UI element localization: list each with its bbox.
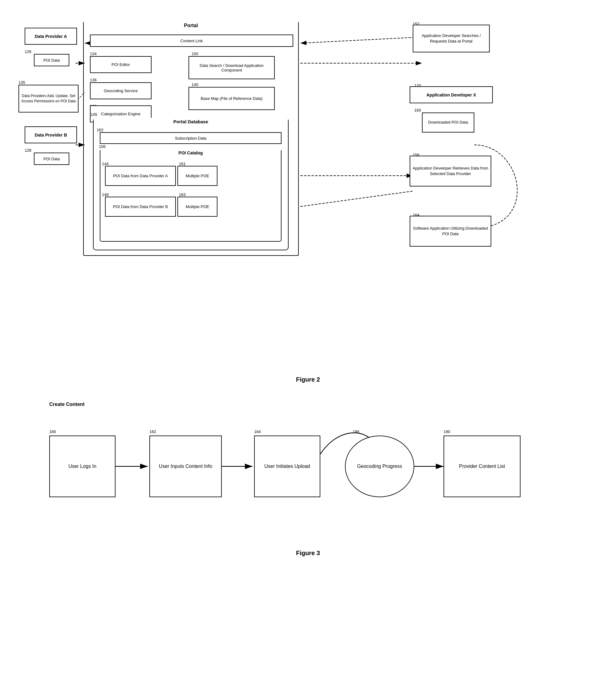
content-link-box: Content Link [90,35,293,47]
app-dev-searches-box: Application Developer Searches / Request… [413,25,490,52]
multiple-poe-2-box: Multiple POE [177,197,217,217]
svg-line-7 [300,191,413,207]
portal-outer-box: Portal Content Link 134 POI Editor 136 G… [83,22,299,256]
user-logs-in-box: User Logs In [49,436,116,497]
user-initiates-box: User Initiates Upload [254,436,320,497]
label-184: 184 [254,429,261,434]
app-dev-x-box: Application Developer X [410,86,493,103]
poi-catalog-title: POI Catalog [100,149,281,157]
data-provider-b-box: Data Provider B [25,126,77,143]
data-provider-a-box: Data Provider A [25,28,77,45]
label-190: 190 [444,429,450,434]
poi-catalog-box: POI Catalog 106 144 POI Data from Data P… [100,149,282,242]
label-180: 180 [49,429,56,434]
create-content-label: Create Content [49,402,85,407]
geocoding-service-box: Geocoding Service [90,82,152,99]
base-map-box: Base Map (File of Reference Data) [189,87,275,110]
figure2-diagram: 104 Portal Content Link 134 POI Editor 1… [15,12,601,367]
label-128: 128 [25,148,31,153]
label-144: 144 [102,162,109,166]
label-161: 161 [179,162,186,166]
subscription-data-box: Subscription Data [100,132,282,144]
label-186: 186 [352,429,359,434]
figure2-caption: Figure 2 [0,376,616,383]
user-inputs-box: User Inputs Content Info [149,436,222,497]
downloaded-poi-box: Downloaded POI Data [422,113,474,133]
figure3-caption: Figure 3 [0,550,616,557]
label-105: 105 [91,112,97,117]
label-163: 163 [179,192,186,197]
portal-title: Portal [84,22,298,29]
label-150: 150 [192,51,198,56]
label-148: 148 [102,192,109,197]
geocoding-progress-box: Geocoding Progress [345,436,414,497]
poi-data-a-box: POI Data from Data Provider A [105,166,176,186]
provider-content-list-box: Provider Content List [444,436,521,497]
software-app-box: Software Application Utilizing Downloade… [410,216,491,247]
poi-data-b-box: POI Data from Data Provider B [105,197,176,217]
label-182: 182 [149,429,156,434]
poi-editor-box: POI Editor [90,56,152,73]
label-126: 126 [25,49,31,54]
data-providers-add-box: Data Providers Add, Update, Set Access P… [18,85,79,113]
portal-db-title: Portal Database [94,118,288,125]
poi-data-b-small-box: POI Data [34,153,69,165]
app-dev-retrieves-box: Application Developer Retrieves Data fro… [410,156,491,187]
label-140: 140 [192,82,198,87]
multiple-poe-1-box: Multiple POE [177,166,217,186]
label-162: 162 [97,128,103,132]
label-135: 135 [18,80,25,85]
label-134: 134 [90,51,97,56]
data-search-box: Data Search / Download Application Compo… [189,56,275,79]
figure3-diagram: Create Content 180 User Logs In 182 User… [31,402,585,525]
label-136: 136 [90,78,97,82]
svg-line-9 [300,37,422,43]
label-160: 160 [414,108,421,113]
portal-db-box: Portal Database 105 162 Subscription Dat… [93,118,288,250]
poi-data-a-small-box: POI Data [34,54,69,66]
label-106: 106 [99,144,106,149]
